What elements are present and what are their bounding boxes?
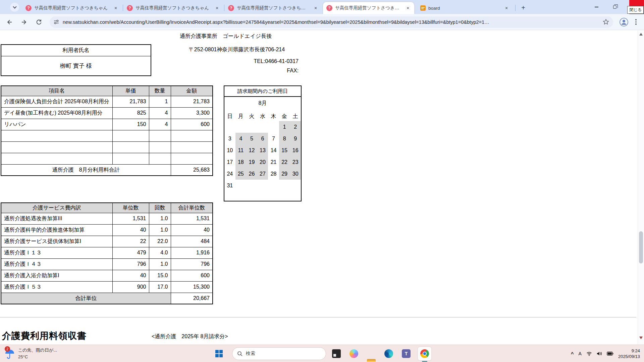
user-name-label: 利用者氏名 [1, 45, 151, 56]
table-cell: 通所介護科学的介護推進体制加算 [1, 224, 112, 236]
back-button[interactable] [4, 17, 15, 27]
calendar-day: 4 [235, 133, 247, 144]
browser-tab-board[interactable]: board × [417, 2, 513, 14]
tab-separator [515, 5, 516, 11]
tab-close-icon[interactable]: × [214, 5, 220, 11]
scroll-up-icon[interactable] [639, 33, 643, 36]
calendar-weekday: 金 [279, 112, 290, 121]
browser-menu-button[interactable] [633, 17, 639, 27]
tab-close-icon[interactable]: × [313, 5, 319, 11]
calendar-title: 請求期間内のご利用日 [224, 86, 301, 97]
taskbar-app-edge[interactable] [384, 349, 393, 358]
clock-time: 9:24 [618, 348, 640, 354]
notification-badge: 2 [5, 346, 10, 352]
browser-tab-2[interactable]: ? サ高住専用経営ソフトさつきちゃん × [123, 2, 223, 14]
reload-button[interactable] [34, 17, 44, 27]
table-row: 介護保険個人負担分合計 2025年08月利用分21,783121,783 [1, 96, 213, 107]
calendar-day: 25 [235, 168, 247, 180]
invoice-page-content: 通所介護事業所 ゴールドエイジ長後 〒252-0801神奈川県藤沢市長後706-… [0, 30, 644, 345]
url-text: new.satsukichan.com/web/Accounting/UserB… [63, 19, 599, 25]
calendar-day [268, 180, 279, 191]
calendar-day [279, 180, 290, 191]
calendar-day [257, 121, 268, 133]
new-tab-button[interactable]: + [519, 3, 528, 12]
table-cell [1, 153, 112, 164]
column-header: 単位数 [112, 203, 149, 213]
table-cell: 796 [171, 258, 213, 270]
column-header: 金額 [171, 86, 213, 96]
window-minimize-button[interactable] [589, 0, 604, 14]
scroll-down-icon[interactable] [639, 337, 643, 339]
service-breakdown-table: 介護サービス費内訳 単位数 回数 合計単位数 通所介護処遇改善加算III1,53… [1, 202, 213, 304]
user-name-value: 栁町 實子 様 [1, 56, 151, 75]
column-header: 単価 [112, 86, 149, 96]
url-bar[interactable]: new.satsukichan.com/web/Accounting/UserB… [50, 16, 613, 28]
calendar-day [235, 180, 247, 191]
calendar-day: 20 [257, 156, 268, 168]
calendar-day: 31 [224, 180, 235, 191]
taskbar-app-copilot[interactable] [350, 349, 358, 358]
chevron-down-icon [13, 5, 16, 8]
bookmark-star-icon[interactable] [603, 19, 609, 25]
office-fax: FAX: [201, 68, 299, 74]
ime-indicator[interactable]: A [579, 351, 582, 356]
calendar-day: 13 [257, 144, 268, 156]
taskbar-search-box[interactable]: 検索 [232, 347, 326, 360]
profile-avatar[interactable] [619, 17, 629, 27]
battery-icon[interactable] [607, 352, 613, 356]
calendar-weekday: 火 [246, 112, 257, 121]
table-row: 通所介護処遇改善加算III1,5311.01,531 [1, 213, 213, 224]
tab-close-icon[interactable]: × [503, 5, 509, 11]
table-row: 通所介護Ｉ４３7961.0796 [1, 258, 213, 270]
start-button[interactable] [215, 350, 223, 357]
taskbar-app-chrome-active[interactable] [418, 347, 431, 360]
weather-widget[interactable]: 2 この先、雨の日が... 25°C [4, 346, 57, 360]
calendar-day: 1 [279, 121, 290, 133]
calendar-day: 8 [279, 133, 290, 144]
scrollbar-thumb[interactable] [639, 231, 643, 263]
reload-icon [36, 19, 42, 25]
restore-icon [613, 5, 616, 9]
table-cell: 通所介護処遇改善加算III [1, 213, 112, 224]
browser-tab-3[interactable]: ? サ高住専用経営ソフトさつきちゃん × [225, 2, 322, 14]
table-cell: 22 [112, 236, 149, 247]
forward-button[interactable] [19, 17, 30, 27]
taskbar-app-teams[interactable]: T [402, 349, 411, 358]
table-row: 通所介護Ｉ１３4794.01,916 [1, 247, 213, 258]
window-restore-button[interactable] [607, 0, 623, 14]
site-info-icon[interactable] [54, 19, 59, 25]
taskbar-clock[interactable]: 9:24 2025/09/13 [618, 348, 640, 359]
table-row: デイ昼食(加工料含む) 2025年08月利用分82543,300 [1, 107, 213, 119]
tray-expand-chevron[interactable]: ^ [571, 351, 574, 357]
table-cell: 15.0 [149, 270, 171, 281]
table-row: 通所介護Ｉ５３90017.015,300 [1, 281, 213, 293]
wifi-icon[interactable] [586, 352, 592, 356]
table-cell [149, 141, 171, 153]
invoice-total-row: 通所介護 8月分利用料合計 25,683 [1, 164, 213, 176]
calendar-day [268, 121, 279, 133]
tab-close-icon[interactable]: × [405, 5, 411, 11]
table-cell: 4 [149, 107, 171, 119]
tab-title: board [428, 6, 501, 11]
search-icon [237, 351, 243, 356]
calendar-day: 17 [224, 156, 235, 168]
table-cell [112, 153, 149, 164]
tab-close-icon[interactable]: × [113, 5, 119, 11]
calendar-day [246, 180, 257, 191]
browser-tab-1[interactable]: ? サ高住専用経営ソフトさつきちゃん × [22, 2, 122, 14]
table-row [1, 130, 213, 141]
table-cell: 通所介護入浴介助加算Ⅰ [1, 270, 112, 281]
page-scrollbar[interactable] [638, 30, 644, 345]
calendar-weekday: 水 [257, 112, 268, 121]
taskbar-app-widgets[interactable] [332, 349, 341, 358]
browser-tab-4-active[interactable]: ? サ高住専用経営ソフトさつきちゃん × [323, 2, 414, 14]
table-cell [1, 130, 112, 141]
calendar-day: 15 [279, 144, 290, 156]
tab-search-button[interactable] [10, 3, 19, 12]
weather-temperature: 25°C [18, 354, 57, 359]
table-cell: 4.0 [149, 247, 171, 258]
calendar-weekday: 木 [268, 112, 279, 121]
taskbar-app-file-explorer[interactable] [367, 358, 376, 362]
back-arrow-icon [6, 19, 12, 25]
speaker-icon[interactable] [597, 351, 602, 356]
